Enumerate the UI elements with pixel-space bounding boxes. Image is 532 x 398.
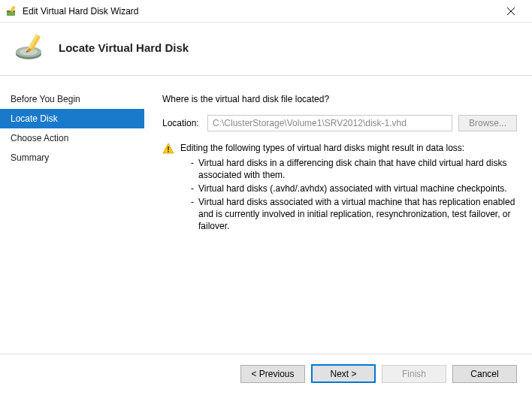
warning-list: Virtual hard disks in a differencing dis… xyxy=(180,157,517,232)
sidebar-item-before-you-begin[interactable]: Before You Begin xyxy=(0,89,144,109)
app-icon xyxy=(6,5,18,17)
page-title: Locate Virtual Hard Disk xyxy=(59,41,189,54)
wizard-header: Locate Virtual Hard Disk xyxy=(0,23,532,76)
close-button[interactable] xyxy=(496,1,526,22)
warning-icon xyxy=(162,143,174,155)
location-input[interactable] xyxy=(207,115,452,131)
sidebar: Before You Begin Locate Disk Choose Acti… xyxy=(0,76,144,354)
warning-item: Virtual hard disks (.avhd/.avhdx) associ… xyxy=(191,182,517,194)
disk-icon xyxy=(15,33,47,62)
wizard-body: Before You Begin Locate Disk Choose Acti… xyxy=(0,76,532,354)
location-label: Location: xyxy=(162,118,201,128)
prompt-text: Where is the virtual hard disk file loca… xyxy=(162,94,517,104)
browse-button: Browse... xyxy=(458,115,517,131)
content-pane: Where is the virtual hard disk file loca… xyxy=(144,76,532,354)
svg-rect-15 xyxy=(168,151,169,152)
sidebar-item-locate-disk[interactable]: Locate Disk xyxy=(0,109,144,128)
svg-rect-14 xyxy=(168,146,169,150)
wizard-footer: < Previous Next > Finish Cancel xyxy=(0,354,532,393)
sidebar-item-choose-action[interactable]: Choose Action xyxy=(0,128,144,148)
next-button[interactable]: Next > xyxy=(311,364,376,383)
warning-item: Virtual hard disks associated with a vir… xyxy=(191,196,517,232)
sidebar-item-summary[interactable]: Summary xyxy=(0,148,144,167)
warning-heading: Editing the following types of virtual h… xyxy=(180,142,517,154)
warning-block: Editing the following types of virtual h… xyxy=(162,142,517,234)
window-title: Edit Virtual Hard Disk Wizard xyxy=(23,6,496,17)
titlebar: Edit Virtual Hard Disk Wizard xyxy=(0,0,532,23)
cancel-button[interactable]: Cancel xyxy=(452,365,517,383)
location-row: Location: Browse... xyxy=(162,115,517,131)
warning-item: Virtual hard disks in a differencing dis… xyxy=(191,157,517,181)
warning-text: Editing the following types of virtual h… xyxy=(180,142,517,234)
previous-button[interactable]: < Previous xyxy=(240,365,305,383)
finish-button: Finish xyxy=(382,365,446,383)
